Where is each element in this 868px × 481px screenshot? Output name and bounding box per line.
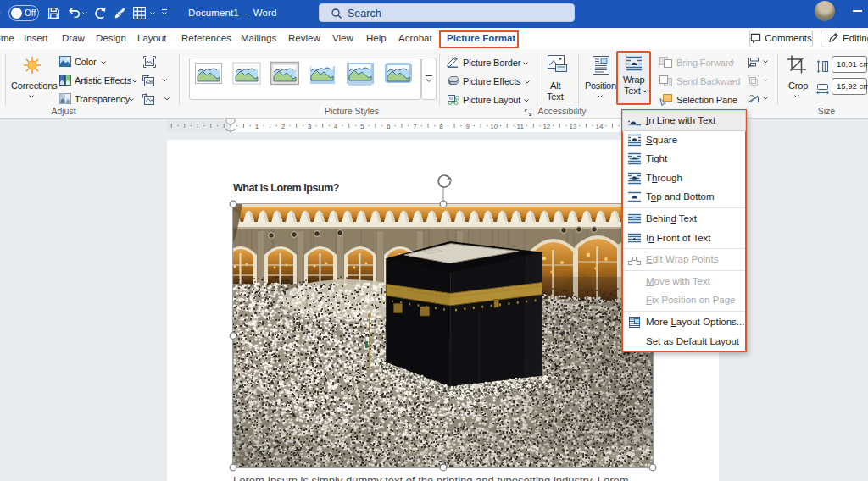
svg-text:3: 3 (308, 123, 312, 130)
svg-text:1: 1 (255, 123, 259, 130)
svg-text:6: 6 (387, 123, 391, 130)
svg-text:14: 14 (596, 123, 604, 130)
svg-text:10: 10 (490, 123, 498, 130)
svg-text:8: 8 (439, 123, 443, 130)
svg-text:7: 7 (413, 123, 417, 130)
svg-text:4: 4 (334, 123, 338, 130)
svg-text:9: 9 (465, 123, 470, 130)
svg-text:11: 11 (517, 123, 525, 130)
svg-text:5: 5 (360, 123, 364, 130)
svg-text:13: 13 (569, 123, 576, 130)
svg-text:12: 12 (542, 123, 550, 130)
svg-text:2: 2 (281, 123, 286, 130)
